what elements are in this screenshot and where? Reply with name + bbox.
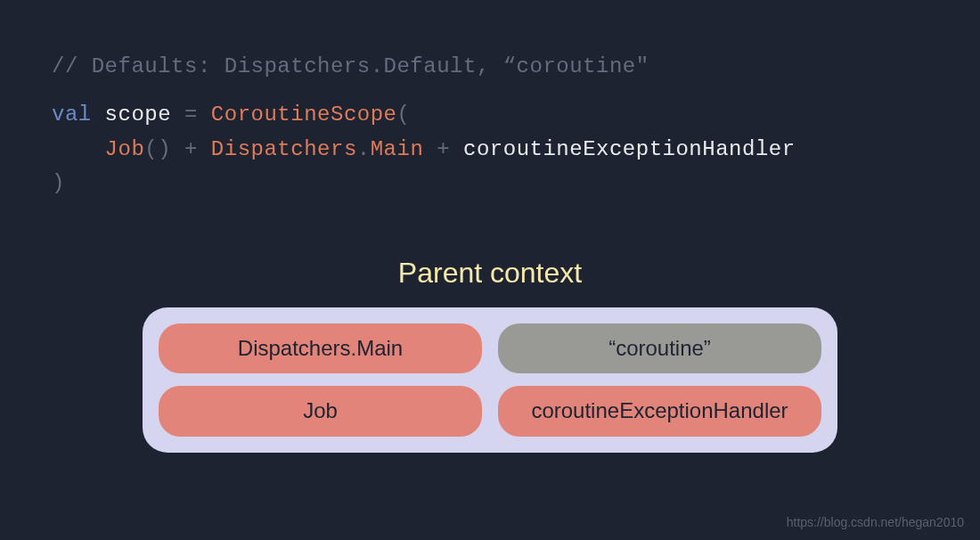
watermark: https://blog.csdn.net/hegan2010 <box>787 515 964 529</box>
pill-job: Job <box>159 386 482 437</box>
main: Main <box>371 137 424 161</box>
code-spacer <box>52 84 928 98</box>
dot: . <box>357 137 371 161</box>
diagram-title: Parent context <box>0 257 980 290</box>
job-parens: () <box>144 137 171 161</box>
var-scope: scope <box>92 102 184 127</box>
eq-sign: = <box>184 102 198 127</box>
code-line-4: ) <box>52 167 928 200</box>
parent-context-container: Dispatchers.Main “coroutine” Job corouti… <box>143 307 837 454</box>
close-paren: ) <box>52 171 65 195</box>
code-line-3: Job() + Dispatchers.Main + coroutineExce… <box>52 133 928 167</box>
handler: coroutineExceptionHandler <box>463 137 796 161</box>
indent <box>52 137 105 161</box>
plus-1: + <box>171 137 211 161</box>
code-block: // Defaults: Dispatchers.Default, “corou… <box>0 0 980 201</box>
pill-coroutine: “coroutine” <box>498 323 821 374</box>
dispatchers: Dispatchers <box>211 137 357 161</box>
pill-dispatchers: Dispatchers.Main <box>159 323 482 374</box>
ctor-name: CoroutineScope <box>198 102 397 127</box>
code-line-2: val scope = CoroutineScope( <box>52 98 928 132</box>
plus-2: + <box>423 137 463 161</box>
code-comment: // Defaults: Dispatchers.Default, “corou… <box>52 50 928 84</box>
keyword-val: val <box>52 102 92 127</box>
pill-handler: coroutineExceptionHandler <box>498 386 821 437</box>
comment-text: // Defaults: Dispatchers.Default, “corou… <box>52 54 649 78</box>
job-call: Job <box>105 137 145 161</box>
open-paren: ( <box>397 102 411 127</box>
